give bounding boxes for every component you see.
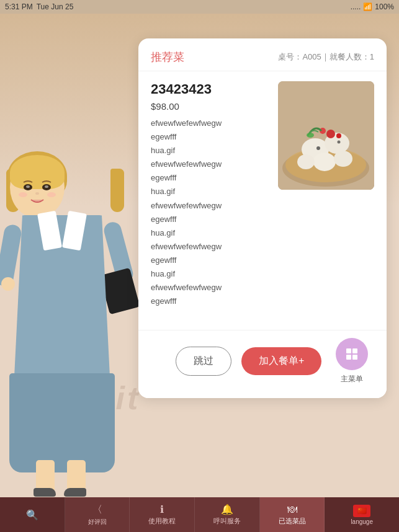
svg-point-3 [45, 185, 48, 188]
skip-button[interactable]: 跳过 [176, 347, 231, 376]
svg-point-14 [297, 154, 315, 169]
wifi-icon: 📶 [363, 2, 372, 11]
nav-tutorial[interactable]: ℹ 使用教程 [130, 497, 195, 532]
nav-lang-label: languge [351, 518, 373, 525]
status-date: Tue Jun 25 [37, 2, 74, 11]
signal-icon: ..... [351, 2, 361, 11]
card-meta: 桌号：A005｜就餐人数：1 [278, 51, 374, 63]
nav-language[interactable]: 🇨🇳 languge [325, 497, 399, 532]
battery-icon: 100% [375, 2, 394, 11]
nav-tutorial-label: 使用教程 [148, 516, 176, 526]
back-icon: 〈 [92, 503, 102, 516]
card-title: 推荐菜 [151, 50, 184, 64]
nav-search[interactable]: 🔍 [0, 497, 65, 532]
card-header: 推荐菜 桌号：A005｜就餐人数：1 [138, 38, 387, 71]
dish-image-wrapper [278, 81, 374, 365]
svg-rect-21 [346, 348, 351, 353]
dish-image [278, 81, 374, 190]
svg-rect-24 [352, 355, 357, 360]
flag-icon: 🇨🇳 [353, 505, 370, 517]
waitress-character [0, 138, 137, 497]
dish-name: 23423423 [151, 81, 268, 97]
svg-point-20 [307, 133, 314, 138]
dish-price: $98.00 [151, 101, 268, 112]
info-icon: ℹ [160, 503, 164, 515]
svg-point-17 [326, 130, 335, 138]
dish-info: 23423423 $98.00 efwewfwefewfwegwegewfffh… [151, 81, 268, 365]
dish-description: efwewfwefewfwegwegewfffhua.gif efwewfwef… [151, 117, 268, 308]
bottom-nav: 🔍 〈 好评回 ℹ 使用教程 🔔 呼叫服务 🍽 已选菜品 🇨🇳 languge [0, 497, 399, 532]
svg-point-2 [26, 185, 30, 188]
main-menu-label: 主菜单 [341, 374, 363, 384]
main-menu-icon[interactable] [336, 338, 368, 370]
status-time: 5:31 PM [5, 2, 33, 11]
main-menu-icon-wrap[interactable]: 主菜单 [336, 338, 368, 384]
svg-point-4 [35, 192, 39, 195]
nav-back[interactable]: 〈 好评回 [65, 497, 130, 532]
bell-icon: 🔔 [221, 503, 233, 515]
svg-point-13 [334, 151, 352, 167]
nav-service[interactable]: 🔔 呼叫服务 [195, 497, 260, 532]
nav-back-label: 好评回 [88, 518, 107, 526]
svg-rect-22 [352, 348, 357, 353]
nav-selected-label: 已选菜品 [279, 516, 306, 526]
add-to-menu-button[interactable]: 加入餐单+ [241, 347, 321, 375]
background-area: Rit 推荐菜 桌号：A005｜就餐人数：1 23423423 $98.00 e… [0, 14, 399, 497]
svg-point-5 [19, 192, 27, 197]
svg-point-15 [316, 146, 320, 150]
nav-service-label: 呼叫服务 [213, 516, 241, 526]
svg-point-12 [313, 153, 336, 171]
status-bar: 5:31 PM Tue Jun 25 ..... 📶 100% [0, 0, 399, 14]
svg-point-16 [338, 141, 341, 144]
svg-point-6 [47, 192, 56, 197]
svg-point-19 [336, 133, 341, 138]
nav-selected-dishes[interactable]: 🍽 已选菜品 [260, 497, 325, 532]
recommendation-card: 推荐菜 桌号：A005｜就餐人数：1 23423423 $98.00 efwew… [138, 38, 387, 398]
search-icon: 🔍 [26, 509, 38, 521]
svg-rect-23 [346, 355, 351, 360]
dish-icon: 🍽 [287, 504, 297, 515]
action-area: 跳过 加入餐单+ 主菜单 [138, 330, 387, 398]
